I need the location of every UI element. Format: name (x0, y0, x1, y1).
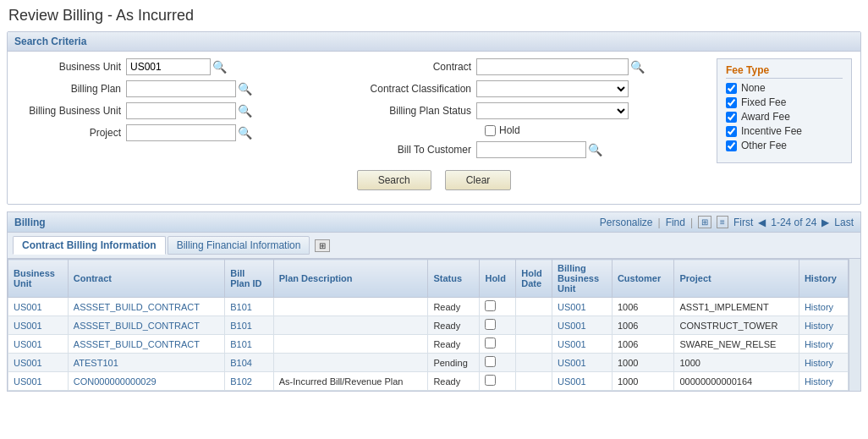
cell-status: Pending (428, 354, 480, 372)
fee-fixed-checkbox[interactable] (726, 97, 737, 108)
cell-history: History (799, 298, 848, 316)
cell-hold-date (516, 316, 552, 335)
table-row: US001ASSSET_BUILD_CONTRACTB101ReadyUS001… (8, 316, 849, 335)
cell-bill-plan-id: B101 (225, 298, 274, 316)
tab-billing-financial[interactable]: Billing Financial Information (168, 236, 310, 255)
fee-type-title: Fee Type (726, 64, 843, 79)
personalize-link[interactable]: Personalize (600, 217, 653, 228)
hold-checkbox[interactable] (485, 125, 496, 136)
cell-project: 00000000000164 (674, 372, 799, 391)
search-button[interactable]: Search (357, 170, 431, 190)
scrollbar[interactable] (849, 259, 860, 391)
fee-none-checkbox[interactable] (726, 83, 737, 94)
cell-business-unit: US001 (8, 298, 69, 316)
contract-label: Contract (366, 61, 476, 73)
results-header: Billing Personalize | Find | ⊞ ≡ First ◀… (8, 212, 860, 233)
project-lookup[interactable]: 🔍 (236, 126, 254, 140)
cell-history: History (799, 372, 848, 391)
search-criteria-header: Search Criteria (8, 32, 860, 52)
cell-hold-date (516, 372, 552, 391)
cell-plan-description (273, 298, 428, 316)
cell-contract: ASSSET_BUILD_CONTRACT (68, 316, 224, 335)
cell-hold-date (516, 335, 552, 354)
cell-plan-description (273, 354, 428, 372)
fee-award-label: Award Fee (741, 111, 790, 123)
table-row: US001ASSSET_BUILD_CONTRACTB101ReadyUS001… (8, 298, 849, 316)
cell-bill-plan-id: B102 (225, 372, 274, 391)
contract-input[interactable] (476, 58, 629, 75)
cell-project: ASST1_IMPLEMENT (674, 298, 799, 316)
bill-to-customer-row: Bill To Customer 🔍 (366, 141, 708, 158)
cell-status: Ready (428, 298, 480, 316)
cell-bill-plan-id: B101 (225, 316, 274, 335)
billing-business-unit-input[interactable] (126, 102, 236, 119)
find-link[interactable]: Find (666, 217, 685, 228)
hold-label: Hold (499, 124, 520, 136)
bill-to-customer-input[interactable] (476, 141, 586, 158)
results-panel: Billing Personalize | Find | ⊞ ≡ First ◀… (7, 211, 861, 392)
grid-icon[interactable]: ⊞ (698, 216, 711, 228)
cell-hold (480, 298, 516, 316)
tabs-row: Contract Billing Information Billing Fin… (8, 233, 860, 259)
cell-history: History (799, 335, 848, 354)
billing-plan-status-row: Billing Plan Status (366, 102, 708, 119)
table-icon[interactable]: ≡ (717, 216, 728, 228)
table-row: US001ATEST101B104PendingUS00110001000His… (8, 354, 849, 372)
last-link[interactable]: Last (834, 217, 854, 228)
billing-plan-label: Billing Plan (16, 83, 126, 95)
table-row: US001ASSSET_BUILD_CONTRACTB101ReadyUS001… (8, 335, 849, 354)
bill-to-customer-lookup[interactable]: 🔍 (586, 143, 604, 156)
cell-contract: CON000000000029 (68, 372, 224, 391)
fee-incentive-checkbox[interactable] (726, 126, 737, 137)
billing-business-unit-lookup[interactable]: 🔍 (236, 104, 254, 118)
fee-other-label: Other Fee (741, 140, 787, 151)
cell-contract: ASSSET_BUILD_CONTRACT (68, 335, 224, 354)
billing-plan-lookup[interactable]: 🔍 (236, 82, 254, 96)
cell-hold (480, 372, 516, 391)
fee-fixed-label: Fixed Fee (741, 96, 786, 108)
fee-incentive-label: Incentive Fee (741, 125, 802, 137)
contract-classification-select[interactable] (476, 80, 629, 97)
cell-plan-description (273, 335, 428, 354)
table-row: US001CON000000000029B102As-Incurred Bill… (8, 372, 849, 391)
cell-hold-date (516, 298, 552, 316)
cell-billing-business-unit: US001 (552, 316, 613, 335)
col-contract: Contract (68, 260, 224, 298)
cell-business-unit: US001 (8, 316, 69, 335)
contract-classification-row: Contract Classification (366, 80, 708, 97)
tab-contract-billing[interactable]: Contract Billing Information (13, 236, 166, 255)
first-link[interactable]: First (733, 217, 753, 228)
prev-icon[interactable]: ◀ (758, 217, 766, 228)
billing-plan-input[interactable] (126, 80, 236, 97)
fee-type-panel: Fee Type None Fixed Fee Award Fee Incent… (717, 58, 852, 163)
hold-row: Hold (366, 124, 708, 136)
cell-history: History (799, 316, 848, 335)
col-history: History (799, 260, 848, 298)
business-unit-input[interactable] (126, 58, 211, 75)
cell-history: History (799, 354, 848, 372)
next-icon[interactable]: ▶ (821, 217, 829, 228)
bill-to-customer-label: Bill To Customer (366, 144, 476, 156)
clear-button[interactable]: Clear (445, 170, 512, 190)
project-input[interactable] (126, 124, 236, 141)
billing-plan-row: Billing Plan 🔍 (16, 80, 358, 97)
billing-business-unit-row: Billing Business Unit 🔍 (16, 102, 358, 119)
page-title: Review Billing - As Incurred (0, 0, 868, 31)
cell-status: Ready (428, 372, 480, 391)
results-nav: Personalize | Find | ⊞ ≡ First ◀ 1-24 of… (600, 216, 854, 228)
col-status: Status (428, 260, 480, 298)
contract-lookup[interactable]: 🔍 (629, 60, 646, 74)
customize-icon[interactable]: ⊞ (315, 239, 330, 252)
fee-type-incentive: Incentive Fee (726, 125, 843, 137)
cell-customer: 1006 (612, 298, 674, 316)
cell-project: SWARE_NEW_RELSE (674, 335, 799, 354)
cell-project: 1000 (674, 354, 799, 372)
fee-other-checkbox[interactable] (726, 140, 737, 151)
cell-billing-business-unit: US001 (552, 354, 613, 372)
business-unit-lookup[interactable]: 🔍 (211, 60, 228, 74)
fee-award-checkbox[interactable] (726, 112, 737, 123)
table-container: BusinessUnit Contract BillPlan ID Plan D… (8, 259, 860, 391)
cell-customer: 1000 (612, 372, 674, 391)
billing-plan-status-select[interactable] (476, 102, 629, 119)
contract-row: Contract 🔍 (366, 58, 708, 75)
